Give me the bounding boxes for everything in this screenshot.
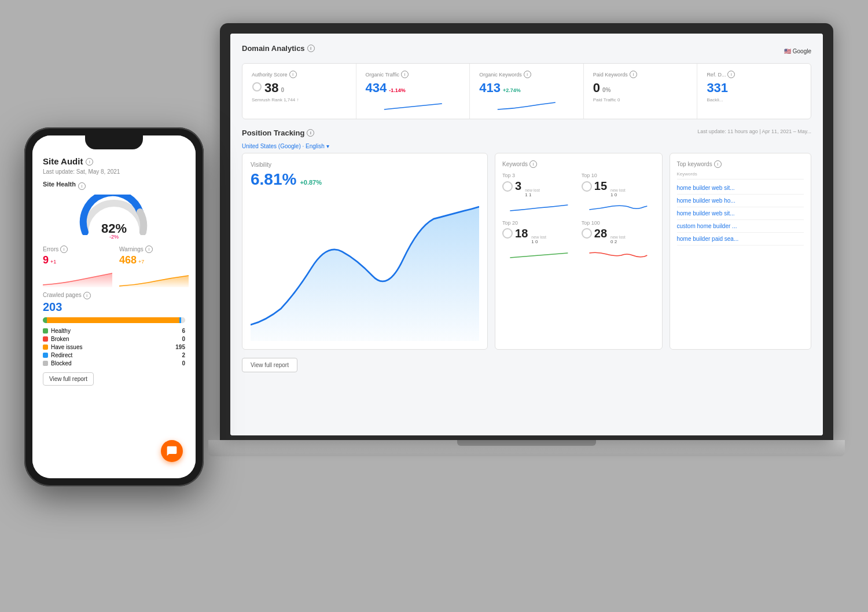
da-chart-organic-keywords xyxy=(479,98,574,112)
legend: Healthy 6 Broken 0 Hav xyxy=(43,328,185,367)
da-sub-paid: Paid Traffic 0 xyxy=(593,97,688,102)
da-label-organic-keywords: Organic Keywords i xyxy=(479,71,574,78)
laptop-device: Domain Analytics i 🇺🇸 Google Authority S… xyxy=(208,23,845,579)
legend-row-blocked: Blocked 0 xyxy=(43,360,185,367)
dashboard: Domain Analytics i 🇺🇸 Google Authority S… xyxy=(230,34,823,435)
legend-count-broken: 0 xyxy=(182,336,185,342)
laptop-screen-outer: Domain Analytics i 🇺🇸 Google Authority S… xyxy=(220,23,833,440)
da-label-ref-domains: Ref. D... i xyxy=(707,71,801,78)
bar-seg-healthy xyxy=(43,317,47,323)
topkw-row-1[interactable]: home builder web sit... xyxy=(677,182,804,195)
phone-fab-button[interactable] xyxy=(161,440,183,462)
topkw-row-2[interactable]: home builder web ho... xyxy=(677,195,804,207)
errors-sparkline xyxy=(43,269,112,287)
organic-traffic-info-icon[interactable]: i xyxy=(401,71,409,78)
top3-sparkline xyxy=(502,199,576,214)
phone-app-title: Site Audit xyxy=(43,156,83,166)
errors-info-icon[interactable]: i xyxy=(60,245,68,253)
position-tracking-info-icon[interactable]: i xyxy=(307,129,314,137)
top-keywords-col-header: Keywords xyxy=(677,171,804,179)
top3-new-lost: new lost 1 1 xyxy=(525,188,540,197)
domain-analytics-title: Domain Analytics i xyxy=(242,44,315,53)
crawled-info-icon[interactable]: i xyxy=(83,292,91,299)
bar-seg-rest xyxy=(181,317,185,323)
crawled-label: Crawled pages xyxy=(43,292,82,298)
da-value-paid-keywords: 0 0% xyxy=(593,80,688,96)
bar-seg-issues xyxy=(47,317,179,323)
pt-location[interactable]: United States (Google) · English ▾ xyxy=(242,143,329,149)
da-chart-organic-traffic xyxy=(366,98,461,112)
phone-screen: Site Audit i Last update: Sat, May 8, 20… xyxy=(32,135,196,478)
phone-title-info-icon[interactable]: i xyxy=(86,158,93,166)
warnings-info-icon[interactable]: i xyxy=(145,245,153,253)
legend-dot-redirect xyxy=(43,353,48,358)
topkw-row-3[interactable]: home builder web sit... xyxy=(677,207,804,220)
da-sub-ref: Backli... xyxy=(707,97,801,102)
da-card-ref-domains: Ref. D... i 331 Backli... xyxy=(697,64,811,119)
da-card-organic-traffic: Organic Traffic i 434 -1.14% xyxy=(356,64,470,119)
position-tracking-title: Position Tracking i xyxy=(242,129,329,137)
legend-row-redirect: Redirect 2 xyxy=(43,352,185,358)
top10-sparkline xyxy=(582,199,655,214)
errors-delta: +1 xyxy=(50,259,56,265)
legend-row-broken: Broken 0 xyxy=(43,336,185,342)
topkw-row-5[interactable]: home builder paid sea... xyxy=(677,233,804,245)
legend-label-broken: Broken xyxy=(51,336,69,342)
pt-top-keywords-panel: Top keywords i Keywords home builder web… xyxy=(670,153,812,350)
crawled-bar xyxy=(43,317,185,323)
legend-dot-broken xyxy=(43,336,48,342)
top10-new-lost: new lost 1 0 xyxy=(610,188,626,197)
top3-value: 3 xyxy=(515,179,521,193)
warnings-label: Warnings xyxy=(119,246,144,252)
kw-cell-top100: Top 100 28 new lost 0 2 xyxy=(582,220,655,262)
da-card-organic-keywords: Organic Keywords i 413 +2.74% xyxy=(470,64,584,119)
legend-count-redirect: 2 xyxy=(182,352,185,358)
da-sub-authority: Semrush Rank 1,744 ↑ xyxy=(252,97,347,102)
pt-keywords-panel: Keywords i Top 3 3 xyxy=(495,153,662,350)
legend-dot-healthy xyxy=(43,328,48,334)
keywords-info-icon[interactable]: i xyxy=(529,160,537,168)
visibility-label: Visibility xyxy=(251,162,479,168)
gauge-value: 82% xyxy=(101,222,127,235)
site-health-label: Site Health xyxy=(43,181,76,188)
laptop-base xyxy=(208,440,845,456)
da-value-organic-keywords: 413 +2.74% xyxy=(479,80,574,96)
laptop-view-full-report-button[interactable]: View full report xyxy=(242,358,297,372)
authority-info-icon[interactable]: i xyxy=(289,71,297,78)
phone-last-update: Last update: Sat, May 8, 2021 xyxy=(43,168,185,175)
legend-count-have-issues: 195 xyxy=(175,344,185,350)
kw-cell-top3: Top 3 3 new lost 1 1 xyxy=(502,173,576,214)
ref-domains-info-icon[interactable]: i xyxy=(727,71,735,78)
gauge-container: 82% -2% xyxy=(43,195,185,240)
position-tracking-header: Position Tracking i United States (Googl… xyxy=(242,129,811,149)
domain-analytics-info-icon[interactable]: i xyxy=(307,45,315,52)
kw-cell-top10: Top 10 15 new lost 1 0 xyxy=(582,173,655,214)
topkw-row-4[interactable]: custom home builder ... xyxy=(677,220,804,233)
laptop-base-notch xyxy=(457,440,596,446)
da-card-paid-keywords: Paid Keywords i 0 0% Paid Traffic 0 xyxy=(584,64,698,119)
top-keywords-info-icon[interactable]: i xyxy=(714,160,722,168)
top10-circle-icon xyxy=(582,181,592,192)
gauge-svg: 82% xyxy=(79,195,149,235)
laptop-screen-inner: Domain Analytics i 🇺🇸 Google Authority S… xyxy=(230,34,823,435)
svg-point-0 xyxy=(253,83,261,91)
paid-keywords-info-icon[interactable]: i xyxy=(630,71,637,78)
phone-frame: Site Audit i Last update: Sat, May 8, 20… xyxy=(24,127,204,486)
warnings-value: 468 xyxy=(119,254,137,266)
da-value-authority: 38 0 xyxy=(252,80,347,96)
top20-sparkline xyxy=(502,246,576,261)
da-cards-container: Authority Score i 38 0 Semrush Rank 1,74… xyxy=(242,63,811,119)
visibility-value: 6.81% +0.87% xyxy=(251,170,479,189)
top3-circle-icon xyxy=(502,181,513,192)
organic-keywords-info-icon[interactable]: i xyxy=(524,71,531,78)
crawled-value: 203 xyxy=(43,300,185,314)
da-value-ref-domains: 331 xyxy=(707,80,801,96)
site-health-info-icon[interactable]: i xyxy=(78,182,86,190)
legend-count-blocked: 0 xyxy=(182,360,185,367)
warnings-col: Warnings i 468 +7 xyxy=(119,245,189,287)
phone-notch xyxy=(85,135,143,149)
da-value-organic-traffic: 434 -1.14% xyxy=(366,80,461,96)
top100-circle-icon xyxy=(582,228,592,239)
errors-warnings-row: Errors i 9 +1 xyxy=(43,245,185,287)
phone-view-full-report-button[interactable]: View full report xyxy=(43,372,94,386)
